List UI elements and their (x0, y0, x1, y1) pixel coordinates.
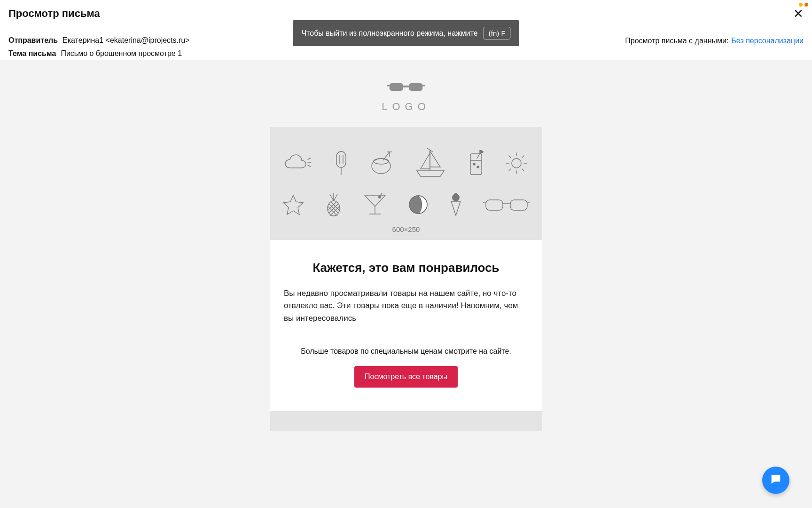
svg-point-36 (454, 193, 457, 196)
preview-with-data-label: Просмотр письма с данными: (625, 37, 728, 45)
email-lead: Вы недавно просматривали товары на нашем… (284, 287, 528, 325)
sailboat-icon (414, 148, 447, 180)
sender-row: Отправитель Екатерина1 <ekaterina@iproje… (8, 34, 190, 47)
svg-rect-2 (403, 86, 409, 87)
glass-drink-icon (468, 150, 484, 178)
email-preview-area: LOGO 600×250 Кажется, это вам (0, 60, 812, 508)
starfish-icon (282, 193, 304, 218)
svg-rect-1 (409, 83, 422, 91)
hero-dimensions: 600×250 (270, 225, 542, 233)
svg-point-18 (477, 166, 479, 168)
meta-left: Отправитель Екатерина1 <ekaterina@iproje… (8, 34, 190, 60)
sunglasses-icon (387, 80, 425, 96)
coconut-drink-icon (369, 151, 393, 177)
svg-rect-0 (390, 83, 403, 91)
email-body: Кажется, это вам понравилось Вы недавно … (270, 240, 542, 411)
hero-image: 600×250 (270, 127, 542, 240)
svg-rect-5 (336, 151, 346, 167)
popsicle-icon (334, 151, 348, 178)
subject-value: Письмо о брошенном просмотре 1 (61, 47, 182, 60)
svg-line-25 (522, 169, 524, 171)
logo-text: LOGO (382, 101, 430, 113)
subject-label: Тема письма (8, 47, 56, 60)
close-button[interactable]: ✕ (793, 8, 804, 20)
pineapple-icon (325, 192, 342, 219)
sunglasses-large-icon (483, 195, 530, 216)
fullscreen-toast: Чтобы выйти из полноэкранного режима, на… (293, 20, 519, 46)
svg-rect-37 (486, 200, 503, 210)
svg-point-42 (773, 477, 775, 479)
subject-row: Тема письма Письмо о брошенном просмотре… (8, 47, 190, 60)
toast-key: (fn) F (484, 27, 511, 40)
svg-point-44 (778, 477, 779, 479)
svg-point-10 (374, 159, 389, 164)
sender-label: Отправитель (8, 34, 58, 47)
svg-line-26 (522, 156, 524, 158)
chat-widget-button[interactable] (762, 467, 789, 494)
hero-row-2 (282, 192, 530, 219)
svg-point-43 (776, 477, 777, 479)
email-card: 600×250 Кажется, это вам понравилось Вы … (270, 127, 542, 431)
svg-line-32 (380, 193, 383, 196)
status-dot (799, 3, 803, 7)
svg-rect-4 (422, 85, 425, 86)
toast-text: Чтобы выйти из полноэкранного режима, на… (301, 29, 477, 38)
hero-row-1 (284, 148, 528, 180)
martini-icon (363, 193, 387, 218)
svg-rect-3 (387, 85, 390, 86)
close-icon: ✕ (793, 7, 804, 21)
cloud-icon (284, 154, 313, 175)
status-dot (804, 3, 808, 7)
chat-icon (769, 473, 782, 488)
svg-rect-38 (510, 200, 527, 210)
svg-rect-14 (470, 154, 482, 175)
svg-point-9 (372, 159, 390, 174)
window-status-dots (799, 3, 808, 7)
svg-line-24 (509, 156, 511, 158)
svg-point-19 (512, 159, 521, 168)
page-title: Просмотр письма (8, 8, 100, 20)
email-headline: Кажется, это вам понравилось (284, 261, 528, 275)
sun-icon (505, 152, 528, 176)
svg-line-27 (509, 169, 511, 171)
svg-point-17 (473, 163, 475, 165)
personalization-link[interactable]: Без персонализации (731, 37, 804, 45)
sender-value: Екатерина1 <ekaterina@iprojects.ru> (62, 34, 190, 47)
email-subline: Больше товаров по специальным ценам смот… (284, 347, 528, 356)
meta-right: Просмотр письма с данными: Без персонали… (625, 34, 804, 45)
beachball-icon (408, 194, 429, 217)
email-logo: LOGO (0, 60, 812, 113)
icecream-icon (449, 193, 462, 218)
view-all-products-button[interactable]: Посмотреть все товары (354, 366, 458, 388)
email-footer-image-strip (270, 411, 542, 431)
